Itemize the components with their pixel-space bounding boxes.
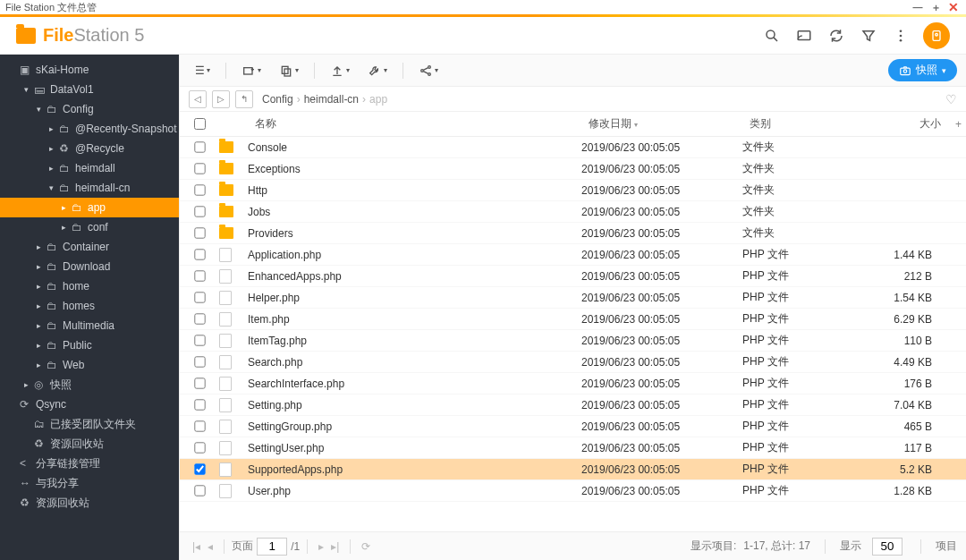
col-date[interactable]: 修改日期 ▾ <box>581 116 742 132</box>
file-row[interactable]: Helper.php2019/06/23 00:05:05PHP 文件1.54 … <box>180 287 966 309</box>
expand-icon[interactable]: ▸ <box>34 361 43 369</box>
tree-item-datavol1[interactable]: ▾🖴DataVol1 <box>0 80 179 99</box>
row-checkbox[interactable] <box>194 141 205 152</box>
nav-back-button[interactable]: ◁ <box>189 90 207 108</box>
row-checkbox[interactable] <box>194 485 205 496</box>
file-row[interactable]: Exceptions2019/06/23 00:05:05文件夹 <box>180 158 966 180</box>
expand-icon[interactable]: ▸ <box>59 223 68 232</box>
expand-icon[interactable]: ▾ <box>34 105 43 114</box>
tree-item-config[interactable]: ▾🗀Config <box>0 99 179 119</box>
expand-icon[interactable]: ▾ <box>47 183 55 192</box>
search-icon[interactable] <box>762 26 782 46</box>
tree-item-download[interactable]: ▸🗀Download <box>0 257 179 276</box>
file-row[interactable]: User.php2019/06/23 00:05:05PHP 文件1.28 KB <box>180 480 966 502</box>
row-checkbox[interactable] <box>194 292 205 302</box>
breadcrumb-config[interactable]: Config <box>262 93 293 106</box>
row-checkbox[interactable] <box>194 356 205 367</box>
file-row[interactable]: ItemTag.php2019/06/23 00:05:05PHP 文件110 … <box>180 330 966 352</box>
file-row[interactable]: SettingGroup.php2019/06/23 00:05:05PHP 文… <box>180 416 966 437</box>
file-row[interactable]: Search.php2019/06/23 00:05:05PHP 文件4.49 … <box>180 352 966 373</box>
file-row[interactable]: Console2019/06/23 00:05:05文件夹 <box>180 137 966 158</box>
expand-icon[interactable]: ▸ <box>34 242 43 251</box>
expand-icon[interactable]: ▸ <box>34 301 43 310</box>
copy-button[interactable]: ▾ <box>273 61 305 81</box>
row-checkbox[interactable] <box>194 227 205 238</box>
tree-item-heimdall[interactable]: ▸🗀heimdall <box>0 158 179 178</box>
row-checkbox[interactable] <box>194 335 205 345</box>
row-checkbox[interactable] <box>194 270 205 281</box>
col-type[interactable]: 类别 <box>742 116 868 132</box>
file-row[interactable]: Jobs2019/06/23 00:05:05文件夹 <box>180 201 966 223</box>
file-row[interactable]: Application.php2019/06/23 00:05:05PHP 文件… <box>180 244 966 266</box>
tree-item--recycle[interactable]: ▸♻@Recycle <box>0 139 179 158</box>
row-checkbox[interactable] <box>194 442 205 453</box>
tree-item--[interactable]: ♻资源回收站 <box>0 493 179 513</box>
reload-button[interactable]: ⟳ <box>358 540 374 553</box>
row-checkbox[interactable] <box>194 184 205 195</box>
tree-item--recently-snapshot[interactable]: ▸🗀@Recently-Snapshot <box>0 119 179 139</box>
row-checkbox[interactable] <box>194 313 205 324</box>
col-size[interactable]: 大小 <box>868 116 948 132</box>
page-first-button[interactable]: |◂ <box>189 540 204 553</box>
close-button[interactable]: ✕ <box>946 0 961 14</box>
row-checkbox[interactable] <box>194 420 205 431</box>
tree-item-app[interactable]: ▸🗀app <box>0 198 179 217</box>
profile-button[interactable] <box>923 22 950 49</box>
expand-icon[interactable]: ▸ <box>34 321 43 330</box>
view-mode-button[interactable]: ☰▾ <box>189 62 216 80</box>
tree-item-web[interactable]: ▸🗀Web <box>0 355 179 375</box>
snapshot-button[interactable]: 快照 ▾ <box>888 59 957 81</box>
tree-item-skai-home[interactable]: ▣sKai-Home <box>0 60 179 80</box>
page-last-button[interactable]: ▸| <box>327 540 343 553</box>
expand-icon[interactable]: ▾ <box>21 85 30 94</box>
tree-item-homes[interactable]: ▸🗀homes <box>0 296 179 316</box>
create-button[interactable]: ▾ <box>235 61 267 81</box>
tree-item--[interactable]: ▸◎快照 <box>0 375 179 395</box>
breadcrumb-heimdall-cn[interactable]: heimdall-cn <box>304 93 359 106</box>
tree-item-multimedia[interactable]: ▸🗀Multimedia <box>0 316 179 335</box>
expand-icon[interactable]: ▸ <box>59 203 68 212</box>
file-row[interactable]: EnhancedApps.php2019/06/23 00:05:05PHP 文… <box>180 266 966 287</box>
refresh-icon[interactable] <box>826 26 846 46</box>
expand-icon[interactable]: ▸ <box>21 380 30 389</box>
tree-item-qsync[interactable]: ⟳Qsync <box>0 395 179 414</box>
per-page-input[interactable] <box>872 538 902 556</box>
tree-item--[interactable]: 🗂已接受团队文件夹 <box>0 414 179 434</box>
tree-item--[interactable]: ♻资源回收站 <box>0 434 179 454</box>
cast-icon[interactable] <box>794 26 814 46</box>
upload-button[interactable]: ▾ <box>324 61 356 81</box>
col-name[interactable]: 名称 <box>248 116 581 132</box>
minimize-button[interactable]: — <box>911 0 925 14</box>
tree-item--[interactable]: ↔与我分享 <box>0 473 179 493</box>
select-all-checkbox[interactable] <box>194 118 206 130</box>
tree-item-conf[interactable]: ▸🗀conf <box>0 217 179 237</box>
nav-forward-button[interactable]: ▷ <box>212 90 230 108</box>
filter-icon[interactable] <box>859 26 878 46</box>
tree-item-public[interactable]: ▸🗀Public <box>0 335 179 355</box>
page-next-button[interactable]: ▸ <box>315 540 327 553</box>
tree-item-home[interactable]: ▸🗀home <box>0 276 179 296</box>
file-row[interactable]: Http2019/06/23 00:05:05文件夹 <box>180 180 966 201</box>
expand-icon[interactable]: ▸ <box>34 262 43 271</box>
maximize-button[interactable]: ＋ <box>928 0 943 14</box>
file-row[interactable]: SupportedApps.php2019/06/23 00:05:05PHP … <box>180 459 966 480</box>
favorite-icon[interactable]: ♡ <box>945 92 957 106</box>
add-column-button[interactable]: + <box>948 118 966 131</box>
expand-icon[interactable]: ▸ <box>34 282 43 291</box>
row-checkbox[interactable] <box>194 206 205 216</box>
nav-up-button[interactable]: ↰ <box>235 90 253 108</box>
page-prev-button[interactable]: ◂ <box>204 540 216 553</box>
file-list[interactable]: Console2019/06/23 00:05:05文件夹Exceptions2… <box>180 137 966 531</box>
file-row[interactable]: Providers2019/06/23 00:05:05文件夹 <box>180 223 966 244</box>
folder-tree[interactable]: ▣sKai-Home▾🖴DataVol1▾🗀Config▸🗀@Recently-… <box>0 55 179 560</box>
file-row[interactable]: Setting.php2019/06/23 00:05:05PHP 文件7.04… <box>180 395 966 416</box>
row-checkbox[interactable] <box>194 378 205 388</box>
breadcrumb[interactable]: Config›heimdall-cn›app <box>262 93 387 106</box>
row-checkbox[interactable] <box>194 399 205 410</box>
file-row[interactable]: Item.php2019/06/23 00:05:05PHP 文件6.29 KB <box>180 309 966 330</box>
expand-icon[interactable]: ▸ <box>47 144 55 153</box>
expand-icon[interactable]: ▸ <box>47 124 55 133</box>
tools-button[interactable]: ▾ <box>361 61 394 81</box>
more-icon[interactable] <box>891 26 911 46</box>
row-checkbox[interactable] <box>194 163 205 174</box>
